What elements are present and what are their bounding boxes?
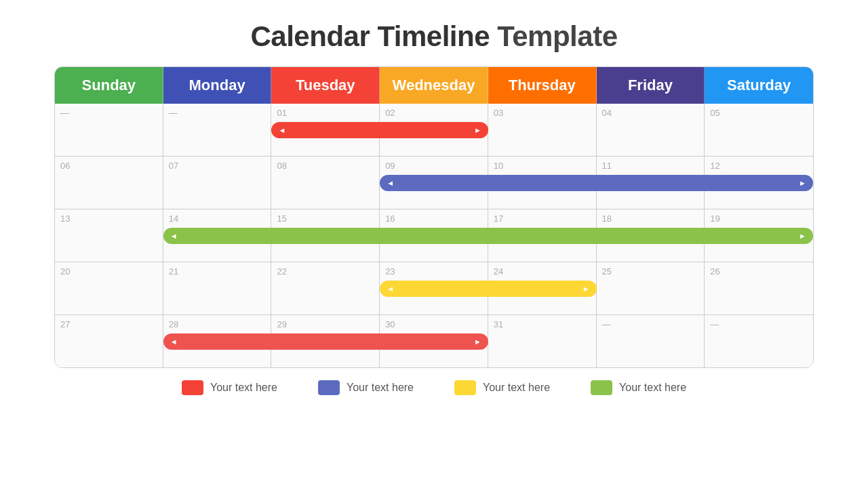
- cell-date: 05: [710, 108, 719, 118]
- cell-date: 06: [60, 161, 70, 171]
- calendar-cell: 13: [55, 209, 163, 262]
- cell-date: 10: [494, 161, 503, 171]
- week-row-0: ——0102030405◄►: [55, 104, 813, 156]
- day-header-tuesday: Tuesday: [271, 67, 380, 104]
- calendar-cell: —: [597, 315, 705, 367]
- cell-date: 31: [494, 319, 503, 329]
- cell-date: —: [602, 319, 611, 329]
- cell-date: 17: [494, 214, 503, 224]
- cell-date: 25: [602, 266, 612, 277]
- cell-date: 26: [710, 266, 719, 277]
- calendar-cell: —: [55, 104, 163, 156]
- cell-date: 15: [277, 214, 286, 224]
- cell-date: 14: [169, 214, 178, 224]
- calendar-cell: 29: [271, 315, 380, 367]
- calendar-cell: 31: [488, 315, 597, 367]
- calendar-cell: 22: [271, 262, 380, 314]
- calendar-cell: 19: [705, 209, 813, 262]
- week-row-1: 06070809101112◄►: [55, 156, 813, 209]
- cell-date: 13: [60, 214, 70, 224]
- cell-date: 08: [277, 161, 286, 171]
- cell-date: 16: [385, 214, 395, 224]
- cell-date: 18: [602, 214, 612, 224]
- legend-color-box: [182, 380, 203, 395]
- page-title: Calendar Timeline Template: [251, 20, 618, 53]
- calendar-cell: 28: [163, 315, 272, 367]
- calendar-cell: 21: [163, 262, 272, 314]
- cell-date: 04: [602, 108, 612, 118]
- cell-date: 27: [60, 319, 70, 329]
- calendar-cell: 17: [488, 209, 597, 262]
- legend-label: Your text here: [347, 382, 414, 394]
- cell-date: 03: [494, 108, 503, 118]
- calendar-cell: 10: [488, 157, 597, 209]
- cell-date: 20: [60, 266, 70, 277]
- day-header-friday: Friday: [597, 67, 705, 104]
- calendar-cell: 25: [597, 262, 705, 314]
- cell-date: 19: [710, 214, 719, 224]
- calendar-cell: 15: [271, 209, 380, 262]
- legend-color-box: [454, 380, 476, 395]
- calendar-cell: 03: [488, 104, 597, 156]
- legend-label: Your text here: [619, 382, 686, 394]
- calendar-cell: 18: [597, 209, 705, 262]
- day-header-monday: Monday: [163, 67, 272, 104]
- legend-color-box: [318, 380, 340, 395]
- legend-color-box: [591, 380, 612, 395]
- week-row-2: 13141516171819◄►: [55, 209, 813, 262]
- calendar-cell: 08: [271, 157, 380, 209]
- cell-date: 23: [385, 266, 395, 277]
- cell-date: 29: [277, 319, 286, 329]
- calendar-cell: 09: [380, 157, 488, 209]
- calendar-cell: 14: [163, 209, 272, 262]
- day-header-wednesday: Wednesday: [380, 67, 488, 104]
- cell-date: 28: [169, 319, 178, 329]
- legend: Your text hereYour text hereYour text he…: [54, 380, 814, 395]
- cell-date: 09: [385, 161, 395, 171]
- calendar-cell: —: [705, 315, 813, 367]
- calendar-cell: 20: [55, 262, 163, 314]
- legend-item-yellow: Your text here: [454, 380, 550, 395]
- cell-date: 21: [169, 266, 178, 277]
- cell-date: 22: [277, 266, 286, 277]
- calendar-cell: 12: [705, 157, 813, 209]
- cell-date: —: [710, 319, 719, 329]
- calendar-cell: 01: [271, 104, 380, 156]
- calendar-cell: 06: [55, 157, 163, 209]
- day-header-sunday: Sunday: [55, 67, 163, 104]
- cell-date: 11: [602, 161, 612, 171]
- legend-label: Your text here: [483, 382, 550, 394]
- legend-item-red: Your text here: [182, 380, 277, 395]
- calendar-cell: 07: [163, 157, 272, 209]
- cell-date: 01: [277, 108, 286, 118]
- calendar-cell: 11: [597, 157, 705, 209]
- calendar-cell: 16: [380, 209, 488, 262]
- calendar-cell: 24: [488, 262, 597, 314]
- cell-date: 24: [494, 266, 503, 277]
- cell-date: —: [169, 108, 178, 118]
- title-bold: Calendar Timeline: [251, 20, 490, 52]
- cell-date: 30: [385, 319, 395, 329]
- calendar-cell: 27: [55, 315, 163, 367]
- title-normal: Template: [490, 20, 617, 52]
- calendar-cell: 23: [380, 262, 488, 314]
- calendar-cell: 30: [380, 315, 488, 367]
- week-row-4: 2728293031——◄►: [55, 314, 813, 367]
- day-header-saturday: Saturday: [705, 67, 813, 104]
- cell-date: 12: [710, 161, 719, 171]
- calendar-cell: —: [163, 104, 272, 156]
- cell-date: 02: [385, 108, 395, 118]
- calendar-cell: 02: [380, 104, 488, 156]
- week-row-3: 20212223242526◄►: [55, 262, 813, 314]
- calendar-cell: 05: [705, 104, 813, 156]
- legend-label: Your text here: [210, 382, 277, 394]
- cell-date: —: [60, 108, 69, 118]
- legend-item-green: Your text here: [591, 380, 686, 395]
- calendar-cell: 26: [705, 262, 813, 314]
- legend-item-purple: Your text here: [318, 380, 414, 395]
- day-header-thursday: Thursday: [488, 67, 597, 104]
- cell-date: 07: [169, 161, 178, 171]
- calendar-container: SundayMondayTuesdayWednesdayThursdayFrid…: [54, 66, 814, 368]
- day-headers: SundayMondayTuesdayWednesdayThursdayFrid…: [55, 67, 813, 104]
- calendar-weeks: ——0102030405◄►06070809101112◄►1314151617…: [55, 104, 813, 367]
